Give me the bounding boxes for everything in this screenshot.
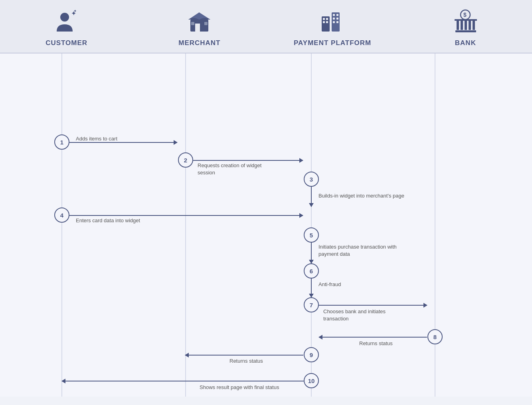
step-9-label: Returns status xyxy=(229,358,263,365)
sequence-diagram: 1 Adds items to cart 2 Requests creation… xyxy=(0,53,532,397)
step-5-label: Initiates purchase transaction withpayme… xyxy=(318,243,397,258)
actor-bank: $ BANK xyxy=(403,7,527,47)
step-3-label: Builds-in widget into merchant's page xyxy=(318,192,404,200)
svg-rect-23 xyxy=(465,20,467,30)
svg-rect-27 xyxy=(455,19,477,21)
step-8-circle: 8 xyxy=(427,329,443,344)
svg-rect-17 xyxy=(333,21,335,23)
svg-rect-18 xyxy=(336,21,338,23)
svg-rect-6 xyxy=(204,22,208,25)
bank-label: BANK xyxy=(455,39,476,47)
svg-rect-14 xyxy=(336,14,338,16)
bank-icon: $ xyxy=(451,7,479,35)
lifeline-bank xyxy=(435,53,435,397)
lifeline-customer xyxy=(61,53,62,397)
step-7-circle: 7 xyxy=(304,297,319,312)
svg-rect-24 xyxy=(469,20,471,30)
actor-payment-platform: PAYMENT PLATFORM xyxy=(271,7,394,47)
svg-rect-10 xyxy=(326,18,328,20)
actor-merchant: MERCHANT xyxy=(138,7,261,47)
arrow-4 xyxy=(69,215,303,216)
svg-rect-11 xyxy=(323,21,325,23)
step-4-label: Enters card data into widget xyxy=(76,217,140,224)
payment-platform-label: PAYMENT PLATFORM xyxy=(294,39,371,47)
arrow-5-down xyxy=(311,243,312,263)
svg-rect-25 xyxy=(473,20,475,30)
svg-rect-12 xyxy=(326,21,328,23)
step-9-circle: 9 xyxy=(304,347,319,362)
customer-icon: ✦ ✦ xyxy=(53,7,81,35)
header: ✦ ✦ CUSTOMER MERCHANT xyxy=(0,0,532,53)
arrow-6-down xyxy=(311,279,312,297)
step-2-label: Requests creation of widgetsession xyxy=(198,162,261,176)
svg-rect-21 xyxy=(457,20,459,30)
arrow-8 xyxy=(319,337,427,338)
step-1-label: Adds items to cart xyxy=(76,135,117,142)
lifeline-merchant xyxy=(185,53,186,397)
svg-point-0 xyxy=(60,13,69,22)
arrow-9 xyxy=(185,355,303,356)
merchant-icon xyxy=(186,7,214,35)
step-6-circle: 6 xyxy=(304,263,319,279)
customer-label: CUSTOMER xyxy=(45,39,87,47)
step-3-circle: 3 xyxy=(304,172,319,187)
svg-rect-26 xyxy=(455,30,476,32)
svg-rect-13 xyxy=(333,14,335,16)
step-4-circle: 4 xyxy=(54,207,69,223)
arrow-3-down xyxy=(311,187,312,207)
svg-rect-5 xyxy=(191,22,194,25)
svg-rect-9 xyxy=(323,18,325,20)
step-1-circle: 1 xyxy=(54,134,69,150)
step-10-label: Shows result page with final status xyxy=(200,384,279,391)
arrow-2 xyxy=(193,160,303,161)
svg-rect-22 xyxy=(461,20,463,30)
svg-rect-4 xyxy=(195,24,200,32)
svg-text:$: $ xyxy=(463,12,467,18)
step-2-circle: 2 xyxy=(178,152,193,168)
svg-text:✦: ✦ xyxy=(73,9,77,13)
arrow-7 xyxy=(319,305,427,306)
merchant-label: MERCHANT xyxy=(178,39,220,47)
step-7-label: Chooses bank and initiatestransaction xyxy=(323,308,386,322)
step-6-label: Anti-fraud xyxy=(318,281,341,288)
step-10-circle: 10 xyxy=(304,373,319,388)
svg-rect-16 xyxy=(336,18,338,20)
svg-rect-15 xyxy=(333,18,335,20)
step-5-circle: 5 xyxy=(304,227,319,243)
payment-platform-icon xyxy=(318,7,346,35)
step-8-label: Returns status xyxy=(359,340,393,347)
arrow-10 xyxy=(62,381,304,381)
actor-customer: ✦ ✦ CUSTOMER xyxy=(5,7,129,47)
lifeline-payment-platform xyxy=(311,53,312,397)
